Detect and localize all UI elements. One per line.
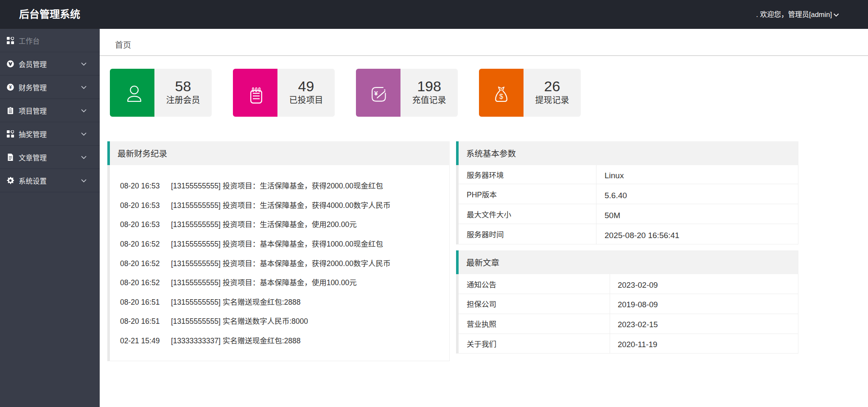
svg-text:¥: ¥ (374, 90, 378, 97)
svg-text:$: $ (499, 93, 503, 100)
svg-text:¥: ¥ (9, 84, 12, 90)
